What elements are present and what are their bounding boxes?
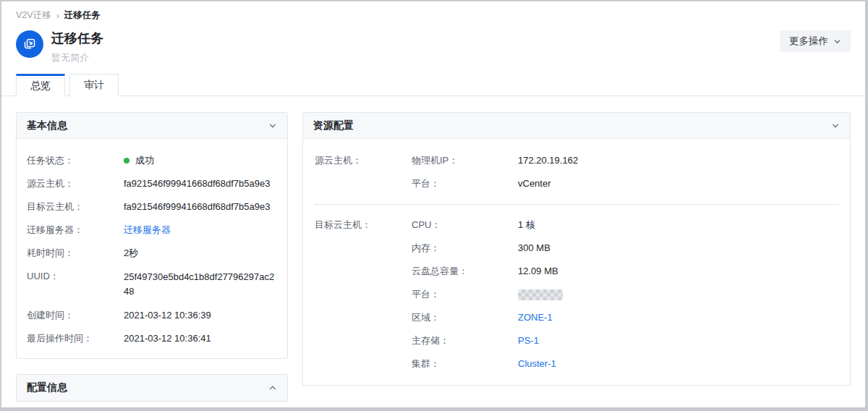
- table-row: 创建时间： 2021-03-12 10:36:39: [27, 309, 277, 322]
- basic-info-card: 基本信息 任务状态： 成功 源云主机： fa921546f99941668df6…: [16, 112, 288, 359]
- table-row: 主存储： PS-1: [412, 334, 838, 347]
- field-label: 内存：: [412, 242, 518, 255]
- field-label: 物理机IP：: [412, 154, 518, 167]
- resource-config-card-header: 资源配置: [303, 113, 850, 139]
- config-info-card-header: 配置信息: [17, 375, 287, 401]
- field-label: 主存储：: [412, 334, 518, 347]
- table-row: 源云主机： fa921546f99941668df68df7b5a9e3: [27, 177, 277, 190]
- page-subtitle: 暂无简介: [51, 51, 103, 64]
- field-label: 平台：: [412, 177, 518, 190]
- zone-link[interactable]: ZONE-1: [518, 312, 553, 323]
- table-row: 物理机IP： 172.20.19.162: [412, 154, 838, 167]
- field-label: 区域：: [412, 311, 518, 324]
- basic-info-card-header: 基本信息: [17, 113, 287, 139]
- field-label: 目标云主机：: [27, 200, 124, 213]
- duration-value: 2秒: [124, 247, 277, 260]
- breadcrumb: V2V迁移 › 迁移任务: [1, 1, 865, 27]
- table-row: 平台： vCenter: [412, 177, 838, 190]
- field-label: 集群：: [412, 357, 518, 370]
- config-info-title: 配置信息: [27, 381, 67, 394]
- table-row: UUID： 25f49730e5bd4c1b8df27796297ac248: [27, 270, 277, 299]
- table-row: 最后操作时间： 2021-03-12 10:36:41: [27, 332, 277, 345]
- table-row: CPU： 1 核: [412, 219, 838, 232]
- group-label: 目标云主机：: [315, 219, 412, 381]
- collapse-chevron-up-icon[interactable]: [268, 384, 277, 392]
- status-dot-icon: [124, 158, 129, 164]
- disk-capacity-value: 12.09 MB: [518, 265, 558, 278]
- more-actions-label: 更多操作: [789, 35, 828, 48]
- breadcrumb-parent[interactable]: V2V迁移: [16, 9, 51, 22]
- breadcrumb-separator: ›: [56, 11, 59, 21]
- resource-config-card: 资源配置 源云主机： 物理机IP： 172.20.19.162 平台：: [302, 112, 851, 386]
- tabbar: 总览 审计: [1, 74, 865, 96]
- tab-overview[interactable]: 总览: [16, 74, 65, 96]
- collapse-chevron-down-icon[interactable]: [831, 122, 840, 130]
- dotted-divider: [315, 204, 838, 205]
- resource-config-title: 资源配置: [313, 119, 354, 132]
- uuid-value: 25f49730e5bd4c1b8df27796297ac248: [124, 270, 277, 299]
- table-row: 平台：: [412, 288, 838, 301]
- create-time-value: 2021-03-12 10:36:39: [124, 309, 277, 322]
- source-vm-value: fa921546f99941668df68df7b5a9e3: [124, 177, 277, 190]
- breadcrumb-current: 迁移任务: [64, 9, 101, 22]
- source-platform-value: vCenter: [518, 177, 551, 190]
- more-actions-button[interactable]: 更多操作: [780, 30, 851, 52]
- tab-audit[interactable]: 审计: [69, 74, 119, 96]
- field-label: CPU：: [412, 219, 518, 232]
- table-row: 区域： ZONE-1: [412, 311, 838, 324]
- field-label: 任务状态：: [27, 154, 124, 167]
- cluster-link[interactable]: Cluster-1: [518, 358, 556, 369]
- table-row: 任务状态： 成功: [27, 154, 277, 167]
- target-vm-group: 目标云主机： CPU： 1 核 内存： 300 MB 云盘总容量： 12.09: [315, 219, 838, 381]
- table-row: 迁移服务器： 迁移服务器: [27, 224, 277, 237]
- page-title: 迁移任务: [51, 30, 103, 46]
- table-row: 内存： 300 MB: [412, 242, 838, 255]
- last-op-time-value: 2021-03-12 10:36:41: [124, 332, 277, 345]
- table-row: 集群： Cluster-1: [412, 357, 838, 370]
- redacted-platform-value: [518, 289, 563, 300]
- table-row: 云盘总容量： 12.09 MB: [412, 265, 838, 278]
- field-label: 源云主机：: [27, 177, 124, 190]
- basic-info-title: 基本信息: [27, 119, 67, 132]
- physical-ip-value: 172.20.19.162: [518, 154, 578, 167]
- memory-value: 300 MB: [518, 242, 550, 255]
- migration-task-icon: [16, 30, 43, 58]
- collapse-chevron-down-icon[interactable]: [268, 122, 277, 130]
- field-label: 平台：: [412, 288, 518, 301]
- page-header: 迁移任务 暂无简介 更多操作: [1, 27, 865, 64]
- field-label: 耗时时间：: [27, 247, 124, 260]
- field-label: UUID：: [27, 270, 124, 299]
- group-label: 源云主机：: [315, 154, 412, 200]
- field-label: 云盘总容量：: [412, 265, 518, 278]
- migration-server-link[interactable]: 迁移服务器: [124, 224, 171, 235]
- config-info-card: 配置信息: [16, 374, 288, 402]
- content-area: 基本信息 任务状态： 成功 源云主机： fa921546f99941668df6…: [1, 96, 865, 402]
- target-vm-value: fa921546f99941668df68df7b5a9e3: [124, 200, 277, 213]
- table-row: 耗时时间： 2秒: [27, 247, 277, 260]
- field-label: 迁移服务器：: [27, 224, 124, 237]
- status-badge: 成功: [124, 154, 277, 167]
- table-row: 目标云主机： fa921546f99941668df68df7b5a9e3: [27, 200, 277, 213]
- primary-storage-link[interactable]: PS-1: [518, 335, 539, 346]
- chevron-down-icon: [833, 38, 841, 46]
- source-vm-group: 源云主机： 物理机IP： 172.20.19.162 平台： vCenter: [315, 154, 838, 200]
- cpu-value: 1 核: [518, 219, 535, 232]
- field-label: 最后操作时间：: [27, 332, 124, 345]
- field-label: 创建时间：: [27, 309, 124, 322]
